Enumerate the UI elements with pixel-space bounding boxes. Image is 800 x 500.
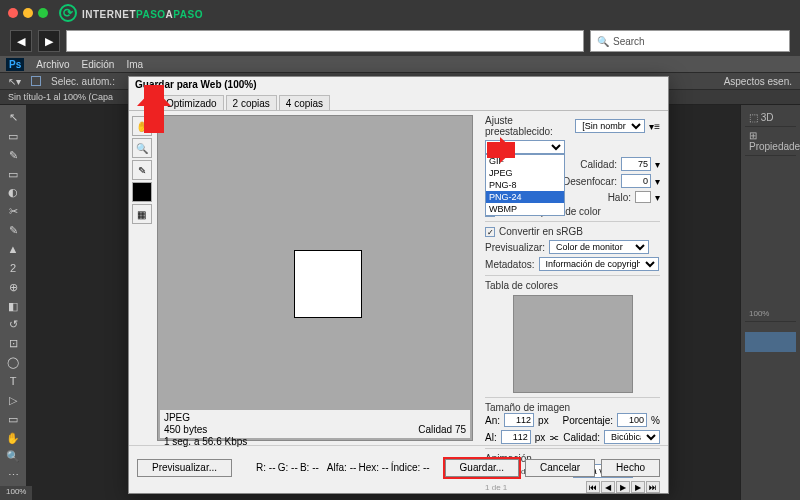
- preset-menu-icon[interactable]: ▾≡: [649, 121, 660, 132]
- pv-zoom[interactable]: 🔍: [132, 138, 152, 158]
- anim-prev[interactable]: ◀: [601, 481, 615, 493]
- tool-marquee[interactable]: ▭: [4, 128, 22, 145]
- right-dock: ⬚ 3D ⊞ Propiedades 100%: [740, 105, 800, 500]
- tool-eraser[interactable]: ⊕: [4, 279, 22, 296]
- preset-select[interactable]: [Sin nombre]: [575, 119, 645, 133]
- workspace-tab[interactable]: Aspectos esen.: [724, 76, 792, 87]
- frame-count: 1 de 1: [485, 483, 507, 492]
- anim-last[interactable]: ⏭: [646, 481, 660, 493]
- colortable-label: Tabla de colores: [485, 280, 660, 291]
- tool-pen[interactable]: ◯: [4, 354, 22, 371]
- menu-archivo[interactable]: Archivo: [36, 59, 69, 70]
- tab-2copias[interactable]: 2 copias: [226, 95, 277, 110]
- tool-type[interactable]: T: [4, 373, 22, 390]
- back-button[interactable]: ◀: [10, 30, 32, 52]
- status-bar: 100%: [0, 486, 32, 500]
- tool-hand[interactable]: ✋: [4, 430, 22, 447]
- tool-lasso[interactable]: ✎: [4, 147, 22, 164]
- tool-history[interactable]: 2: [4, 260, 22, 277]
- pv-slice[interactable]: ▦: [132, 204, 152, 224]
- anim-controls: ⏮◀▶▶⏭: [586, 481, 660, 493]
- zoom-100[interactable]: 100%: [745, 306, 796, 322]
- tool-gradient[interactable]: ◧: [4, 298, 22, 315]
- srgb-label: Convertir en sRGB: [499, 226, 583, 237]
- quality-input[interactable]: [621, 157, 651, 171]
- resample-label: Calidad:: [563, 432, 600, 443]
- ps-logo: Ps: [6, 58, 24, 71]
- tool-crop[interactable]: ▭: [4, 166, 22, 183]
- search-placeholder: Search: [613, 36, 645, 47]
- menu-ima[interactable]: Ima: [126, 59, 143, 70]
- imgsize-label: Tamaño de imagen: [485, 402, 660, 413]
- done-button[interactable]: Hecho: [601, 459, 660, 477]
- pct-input[interactable]: [617, 413, 647, 427]
- preview-info: JPEG 450 bytes 1 seg. a 56.6 Kbps Calida…: [160, 410, 470, 438]
- layer-thumb[interactable]: [745, 332, 796, 352]
- save-for-web-dialog: Guardar para Web (100%) Optimizado 2 cop…: [128, 76, 669, 494]
- cancel-button[interactable]: Cancelar: [525, 459, 595, 477]
- opt-png24[interactable]: PNG-24: [486, 191, 564, 203]
- annotation-arrow-right: [487, 142, 515, 158]
- close-dot[interactable]: [8, 8, 18, 18]
- resample-select[interactable]: Bicúbica: [604, 430, 660, 444]
- annotation-arrow-up: [144, 85, 164, 133]
- search-icon: 🔍: [597, 36, 609, 47]
- preview-select[interactable]: Color de monitor: [549, 240, 649, 254]
- autosel-checkbox[interactable]: [31, 76, 41, 86]
- min-dot[interactable]: [23, 8, 33, 18]
- opt-wbmp[interactable]: WBMP: [486, 203, 564, 215]
- tool-more[interactable]: ⋯: [4, 467, 22, 484]
- anim-first[interactable]: ⏮: [586, 481, 600, 493]
- tool-move[interactable]: ↖: [4, 109, 22, 126]
- anim-play[interactable]: ▶: [616, 481, 630, 493]
- panel-3d[interactable]: ⬚ 3D: [745, 109, 796, 127]
- tool-zoom[interactable]: 🔍: [4, 448, 22, 465]
- browser-nav: ◀ ▶ 🔍 Search: [0, 26, 800, 56]
- panel-props[interactable]: ⊞ Propiedades: [745, 127, 796, 156]
- forward-button[interactable]: ▶: [38, 30, 60, 52]
- opt-png8[interactable]: PNG-8: [486, 179, 564, 191]
- search-box[interactable]: 🔍 Search: [590, 30, 790, 52]
- tools-panel: ↖ ▭ ✎ ▭ ◐ ✂ ✎ ▲ 2 ⊕ ◧ ↺ ⊡ ◯ T ▷ ▭ ✋ 🔍 ⋯: [0, 105, 26, 500]
- pct-label: Porcentaje:: [563, 415, 614, 426]
- preview-image: [294, 250, 362, 318]
- menu-edicion[interactable]: Edición: [82, 59, 115, 70]
- format-dropdown-open: GIF JPEG PNG-8 PNG-24 WBMP: [485, 154, 565, 216]
- tool-brush[interactable]: ✎: [4, 222, 22, 239]
- srgb-checkbox[interactable]: [485, 227, 495, 237]
- url-bar[interactable]: [66, 30, 584, 52]
- preset-label: Ajuste preestablecido:: [485, 115, 571, 137]
- preview-pane: ✋ 🔍 ✎ ▦ JPEG 450 bytes 1 seg. a 56.6 Kbp…: [157, 115, 473, 441]
- max-dot[interactable]: [38, 8, 48, 18]
- tool-eyedrop[interactable]: ◐: [4, 184, 22, 201]
- color-table: [513, 295, 633, 393]
- anim-next[interactable]: ▶: [631, 481, 645, 493]
- halo-swatch[interactable]: [635, 191, 651, 203]
- ps-menu-bar: Ps Archivo Edición Ima: [0, 56, 800, 72]
- tool-path[interactable]: ▷: [4, 392, 22, 409]
- tool-shape[interactable]: ▭: [4, 411, 22, 428]
- tool-heal[interactable]: ✂: [4, 203, 22, 220]
- width-input[interactable]: [504, 413, 534, 427]
- tool-blur[interactable]: ↺: [4, 316, 22, 333]
- meta-label: Metadatos:: [485, 259, 534, 270]
- save-button[interactable]: Guardar...: [445, 459, 519, 477]
- quality-label: Calidad:: [580, 159, 617, 170]
- blur-input[interactable]: [621, 174, 651, 188]
- opt-jpeg[interactable]: JPEG: [486, 167, 564, 179]
- tool-dodge[interactable]: ⊡: [4, 335, 22, 352]
- autosel-label: Selec. autom.:: [51, 76, 115, 87]
- meta-select[interactable]: Información de copyright y de contacto: [539, 257, 659, 271]
- width-label: An:: [485, 415, 500, 426]
- pv-color[interactable]: [132, 182, 152, 202]
- halo-label: Halo:: [608, 192, 631, 203]
- height-input[interactable]: [501, 430, 531, 444]
- pv-eyedrop[interactable]: ✎: [132, 160, 152, 180]
- preview-label: Previsualizar:: [485, 242, 545, 253]
- tool-stamp[interactable]: ▲: [4, 241, 22, 258]
- site-logo: ⟳: [59, 4, 77, 22]
- tab-4copias[interactable]: 4 copias: [279, 95, 330, 110]
- window-titlebar: ⟳ INTERNETPASOAPASO: [0, 0, 800, 26]
- preview-button[interactable]: Previsualizar...: [137, 459, 232, 477]
- blur-label: Desenfocar:: [563, 176, 617, 187]
